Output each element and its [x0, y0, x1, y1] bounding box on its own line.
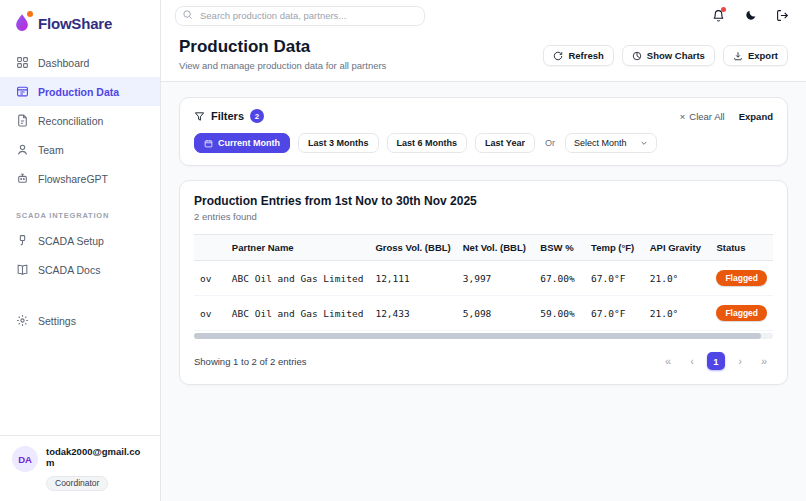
- pagination-page-1-button[interactable]: 1: [707, 352, 725, 370]
- pagination: « ‹ 1 › »: [659, 352, 773, 370]
- filter-icon: [194, 111, 205, 122]
- filter-chip-last-6-months[interactable]: Last 6 Months: [387, 133, 468, 153]
- app-logo[interactable]: FlowShare: [0, 0, 160, 48]
- pagination-last-button[interactable]: »: [755, 352, 773, 370]
- sidebar-item-flowsharegpt[interactable]: FlowshareGPT: [0, 164, 160, 193]
- horizontal-scrollbar[interactable]: [194, 333, 773, 339]
- sidebar-item-label: Team: [38, 144, 64, 156]
- cell-gross: 12,111: [369, 261, 456, 296]
- sidebar-item-label: Dashboard: [38, 57, 89, 69]
- refresh-label: Refresh: [568, 50, 603, 61]
- chip-label: Current Month: [218, 138, 280, 148]
- cell-bsw: 67.00%: [534, 261, 585, 296]
- pagination-next-button[interactable]: ›: [731, 352, 749, 370]
- scada-section-label: SCADA INTEGRATION: [0, 193, 160, 226]
- export-label: Export: [748, 50, 778, 61]
- close-icon: ×: [680, 111, 686, 122]
- sidebar-item-reconciliation[interactable]: Reconciliation: [0, 106, 160, 135]
- logout-button[interactable]: [774, 8, 790, 24]
- header-date: [194, 235, 226, 261]
- topbar: [161, 0, 806, 31]
- month-select[interactable]: Select Month: [565, 133, 658, 153]
- pagination-first-button[interactable]: «: [659, 352, 677, 370]
- pagination-prev-button[interactable]: ‹: [683, 352, 701, 370]
- table-row[interactable]: ov ABC Oil and Gas Limited 12,433 5,098 …: [194, 296, 773, 331]
- filters-panel: Filters 2 × Clear All Expand Curren: [179, 97, 788, 166]
- notifications-button[interactable]: [710, 8, 726, 24]
- moon-icon: [744, 9, 757, 22]
- bot-icon: [16, 172, 29, 185]
- chip-label: Last 3 Months: [308, 138, 369, 148]
- production-data-icon: [16, 85, 29, 98]
- chip-label: Last 6 Months: [397, 138, 458, 148]
- logout-icon: [776, 9, 789, 22]
- sidebar: FlowShare Dashboard Production Data Reco…: [0, 0, 161, 501]
- header-temp: Temp (°F): [585, 235, 644, 261]
- expand-button[interactable]: Expand: [739, 111, 773, 122]
- scada-nav: SCADA Setup SCADA Docs: [0, 226, 160, 284]
- header-partner: Partner Name: [226, 235, 370, 261]
- sidebar-item-production-data[interactable]: Production Data: [0, 77, 160, 106]
- gear-icon: [16, 314, 29, 327]
- sidebar-item-label: Settings: [38, 315, 76, 327]
- filter-chip-current-month[interactable]: Current Month: [194, 133, 290, 153]
- cell-date: ov: [194, 261, 226, 296]
- sidebar-nav: Dashboard Production Data Reconciliation…: [0, 48, 160, 193]
- filters-count-badge: 2: [250, 109, 264, 123]
- cell-api: 21.0°: [644, 296, 711, 331]
- cell-gross: 12,433: [369, 296, 456, 331]
- reconciliation-icon: [16, 114, 29, 127]
- month-select-value: Select Month: [574, 138, 627, 148]
- header-status: Status: [710, 235, 773, 261]
- main-area: Production Data View and manage producti…: [161, 0, 806, 501]
- status-badge: Flagged: [716, 270, 767, 286]
- or-label: Or: [545, 138, 555, 148]
- team-icon: [16, 143, 29, 156]
- sidebar-item-team[interactable]: Team: [0, 135, 160, 164]
- sidebar-item-settings[interactable]: Settings: [0, 306, 160, 335]
- search-box: [175, 5, 425, 26]
- refresh-button[interactable]: Refresh: [543, 45, 613, 66]
- header-api: API Gravity: [644, 235, 711, 261]
- user-profile[interactable]: DA todak2000@gmail.com Coordinator: [0, 435, 160, 501]
- download-icon: [733, 51, 743, 61]
- cell-partner: ABC Oil and Gas Limited: [226, 261, 370, 296]
- cell-api: 21.0°: [644, 261, 711, 296]
- notification-dot: [721, 7, 726, 12]
- dashboard-icon: [16, 56, 29, 69]
- scrollbar-thumb[interactable]: [194, 333, 761, 339]
- search-input[interactable]: [175, 6, 425, 26]
- show-charts-button[interactable]: Show Charts: [622, 45, 715, 66]
- content-area: Filters 2 × Clear All Expand Curren: [161, 81, 806, 501]
- dark-mode-toggle[interactable]: [742, 8, 758, 24]
- export-button[interactable]: Export: [723, 45, 788, 66]
- clear-all-button[interactable]: × Clear All: [680, 111, 725, 122]
- plug-icon: [16, 234, 29, 247]
- table-header-row: Partner Name Gross Vol. (BBL) Net Vol. (…: [194, 235, 773, 261]
- chart-icon: [632, 51, 642, 61]
- sidebar-item-label: SCADA Setup: [38, 235, 104, 247]
- clear-all-label: Clear All: [689, 111, 724, 122]
- status-badge: Flagged: [716, 305, 767, 321]
- production-table: Partner Name Gross Vol. (BBL) Net Vol. (…: [194, 234, 773, 331]
- cell-partner: ABC Oil and Gas Limited: [226, 296, 370, 331]
- header-net: Net Vol. (BBL): [457, 235, 535, 261]
- cell-temp: 67.0°F: [585, 296, 644, 331]
- notification-dot: [27, 11, 33, 17]
- user-email: todak2000@gmail.com: [46, 446, 148, 468]
- chip-label: Last Year: [485, 138, 525, 148]
- cell-net: 5,098: [457, 296, 535, 331]
- sidebar-item-dashboard[interactable]: Dashboard: [0, 48, 160, 77]
- user-role-badge: Coordinator: [46, 476, 108, 491]
- entries-title: Production Entries from 1st Nov to 30th …: [194, 194, 773, 208]
- sidebar-item-scada-setup[interactable]: SCADA Setup: [0, 226, 160, 255]
- sidebar-item-scada-docs[interactable]: SCADA Docs: [0, 255, 160, 284]
- table-row[interactable]: ov ABC Oil and Gas Limited 12,111 3,997 …: [194, 261, 773, 296]
- cell-date: ov: [194, 296, 226, 331]
- showing-entries-text: Showing 1 to 2 of 2 entries: [194, 356, 307, 367]
- filter-chip-last-3-months[interactable]: Last 3 Months: [298, 133, 379, 153]
- sidebar-item-label: FlowshareGPT: [38, 173, 108, 185]
- filter-chip-last-year[interactable]: Last Year: [475, 133, 535, 153]
- production-entries-panel: Production Entries from 1st Nov to 30th …: [179, 180, 788, 385]
- filters-title: Filters: [211, 110, 244, 122]
